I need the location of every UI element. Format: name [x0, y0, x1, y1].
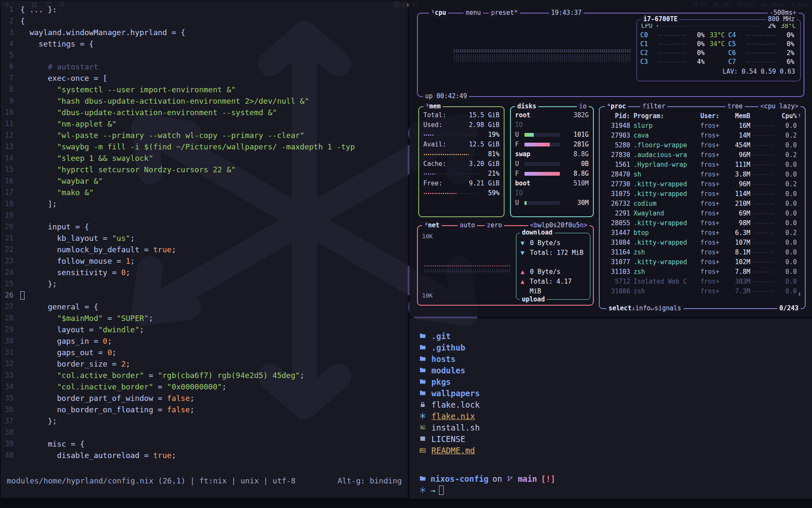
code-line[interactable]: 12 "wl-paste --primary --watch wl-copy -…	[1, 130, 408, 141]
code-line[interactable]: 22 numlock_by_default = true;	[1, 244, 408, 255]
net-auto[interactable]: auto	[458, 221, 477, 230]
code-line[interactable]: 7 exec-once = [	[1, 72, 408, 84]
process-row[interactable]: 1561.Hyprland-wrapfros+111M0.0	[600, 160, 805, 170]
code-line[interactable]: 29 layout = "dwindle";	[1, 324, 408, 335]
scroll-down-icon[interactable]: ↓	[798, 290, 801, 297]
proc-count: 0/243	[777, 304, 801, 313]
process-row[interactable]: 5712Isolated Web Cfros+303M0.0	[600, 277, 805, 287]
file-item: install.sh	[419, 422, 812, 433]
net-stats-box: download ▼0 Byte/s▼Total: 172 MiB▲0 Byte…	[516, 233, 590, 300]
file-item: .github	[419, 342, 812, 353]
shell-input[interactable]: →	[419, 484, 812, 496]
process-row[interactable]: 27730.kitty-wrappedfros+96M0.2	[600, 179, 805, 189]
prompt-arrow: →	[431, 486, 435, 495]
process-row[interactable]: 31164zshfros+8.1M0.0	[600, 248, 805, 257]
code-line[interactable]: 40 disable_autoreload = true;	[1, 450, 408, 461]
code-line[interactable]: 38	[1, 427, 408, 438]
process-row[interactable]: 27830.audacious-wrafros+96M0.2	[600, 150, 805, 160]
code-line[interactable]: 33 "col.active_border" = "rgb(cba6f7) rg…	[1, 370, 408, 381]
code-line[interactable]: 9 "hash dbus-update-activation-environme…	[1, 95, 408, 107]
line-number: 10	[1, 107, 20, 118]
code-line[interactable]: 31 gaps_out = 0;	[1, 347, 408, 358]
code-line[interactable]: 19	[1, 210, 408, 221]
code-text: misc = {	[20, 438, 408, 450]
proc-footer-left[interactable]: select ↓ info ↵ signals	[606, 304, 683, 313]
mem-row: Cache:3.20 GiB	[423, 159, 499, 169]
line-number: 28	[1, 312, 20, 324]
disk-name-row: swap8.8G	[515, 149, 589, 159]
book-icon	[419, 436, 427, 442]
code-text: "systemctl --user import-environment &"	[20, 84, 408, 95]
code-line[interactable]: 3 wayland.windowManager.hyprland = {	[1, 27, 408, 38]
net-graph-download	[424, 265, 510, 267]
code-line[interactable]: 26	[1, 290, 408, 301]
process-row[interactable]: 31084.kitty-wrappedfros+107M0.0	[600, 238, 805, 248]
markdown-icon	[419, 447, 427, 453]
cpu-core-row: C00%33°C	[640, 31, 725, 40]
code-line[interactable]: 6 # autostart	[1, 61, 408, 72]
editor-window[interactable]: 1{ ... }:2{3 wayland.windowManager.hyprl…	[1, 1, 408, 498]
line-number: 34	[1, 381, 20, 392]
process-row[interactable]: 26732codiumfros+210M0.0	[600, 199, 805, 209]
code-line[interactable]: 25 };	[1, 278, 408, 290]
process-row[interactable]: 28055.kitty-wrappedfros+98M0.0	[600, 218, 805, 228]
code-line[interactable]: 13 "swaybg -m fill -i $(find ~/Pictures/…	[1, 141, 408, 152]
code-line[interactable]: 1{ ... }:	[1, 4, 408, 15]
proc-tab[interactable]: ⁴proc	[605, 102, 628, 111]
code-line[interactable]: 30 gaps_in = 0;	[1, 335, 408, 347]
process-row[interactable]: 2291Xwaylandfros+69M0.0	[600, 209, 805, 218]
code-line[interactable]: 16 "waybar &"	[1, 175, 408, 187]
code-line[interactable]: 20 input = {	[1, 221, 408, 232]
process-row[interactable]: 31948slurpfros+16M0.0	[600, 121, 805, 131]
code-line[interactable]: 5	[1, 50, 408, 61]
proc-tree[interactable]: tree	[725, 102, 745, 111]
process-row[interactable]: 31077.kitty-wrappedfros+102M0.0	[600, 257, 805, 267]
code-line[interactable]: 35 border_part_of_window = false;	[1, 392, 408, 404]
code-line[interactable]: 4 settings = {	[1, 38, 408, 50]
code-line[interactable]: 34 "col.inactive_border" = "0x00000000";	[1, 381, 408, 392]
cpu-preset[interactable]: preset *	[489, 8, 520, 17]
code-line[interactable]: 11 "nm-applet &"	[1, 118, 408, 130]
proc-filter[interactable]: filter	[640, 102, 667, 111]
process-row[interactable]: 31103zshfros+7.8M0.0	[600, 267, 805, 277]
cpu-core-row: C50%	[728, 40, 794, 49]
code-line[interactable]: 15 "hyprctl setcursor Nordzy-cursors 22 …	[1, 164, 408, 175]
process-row[interactable]: 31086zshfros+7.3M0.0	[600, 287, 805, 296]
process-row[interactable]: 31075.kitty-wrappedfros+114M0.0	[600, 189, 805, 199]
code-line[interactable]: 28 "$mainMod" = "SUPER";	[1, 312, 408, 324]
code-line[interactable]: 21 kb_layout = "us";	[1, 232, 408, 244]
code-line[interactable]: 14 "sleep 1 && swaylock"	[1, 152, 408, 164]
code-line[interactable]: 18 ];	[1, 198, 408, 210]
code-line[interactable]: 10 "dbus-update-activation-environment -…	[1, 107, 408, 118]
process-row[interactable]: 28470shfros+3.8M0.0	[600, 170, 805, 179]
net-iface[interactable]: <b wlp0s20f0u5 n>	[528, 221, 590, 230]
disks-io[interactable]: io	[577, 102, 589, 111]
proc-sort[interactable]: < cpu lazy >	[758, 102, 801, 111]
btop-window[interactable]: ¹cpu menu preset * 19:43:37 - 500ms + up…	[409, 0, 812, 317]
code-line[interactable]: 32 border_size = 2;	[1, 358, 408, 370]
code-line[interactable]: 27 general = {	[1, 301, 408, 312]
net-tab[interactable]: ³net	[422, 221, 442, 230]
cpu-tab[interactable]: ¹cpu	[429, 8, 448, 17]
net-zero[interactable]: zero	[485, 221, 504, 230]
terminal-window[interactable]: .git.githubhostsmodulespkgswallpapersfla…	[409, 318, 812, 499]
cpu-menu[interactable]: menu	[464, 8, 483, 17]
mem-tab[interactable]: ²mem	[423, 102, 443, 111]
file-item: pkgs	[419, 376, 812, 387]
cpu-cores: C00%33°CC40%C10%34°CC50%C20%C62%C34%C76%	[637, 30, 800, 67]
process-row[interactable]: 27903cavafros+14M0.2	[600, 131, 805, 141]
code-line[interactable]: 39 misc = {	[1, 438, 408, 450]
line-number: 36	[1, 404, 20, 415]
code-text: kb_layout = "us";	[20, 232, 408, 244]
code-line[interactable]: 23 follow_mouse = 1;	[1, 255, 408, 267]
disks-tab[interactable]: disks	[515, 102, 538, 111]
code-line[interactable]: 36 no_border_on_floating = false;	[1, 404, 408, 415]
code-line[interactable]: 37 };	[1, 415, 408, 427]
code-line[interactable]: 17 "mako &"	[1, 187, 408, 198]
code-line[interactable]: 24 sensitivity = 0;	[1, 267, 408, 278]
process-row[interactable]: 31447btopfros+6.3M0.2	[600, 228, 805, 238]
scroll-up-icon[interactable]: ↑	[798, 111, 801, 119]
code-line[interactable]: 2{	[1, 15, 408, 27]
code-line[interactable]: 8 "systemctl --user import-environment &…	[1, 84, 408, 95]
process-row[interactable]: 5280.floorp-wrappefros+454M0.0	[600, 141, 805, 150]
